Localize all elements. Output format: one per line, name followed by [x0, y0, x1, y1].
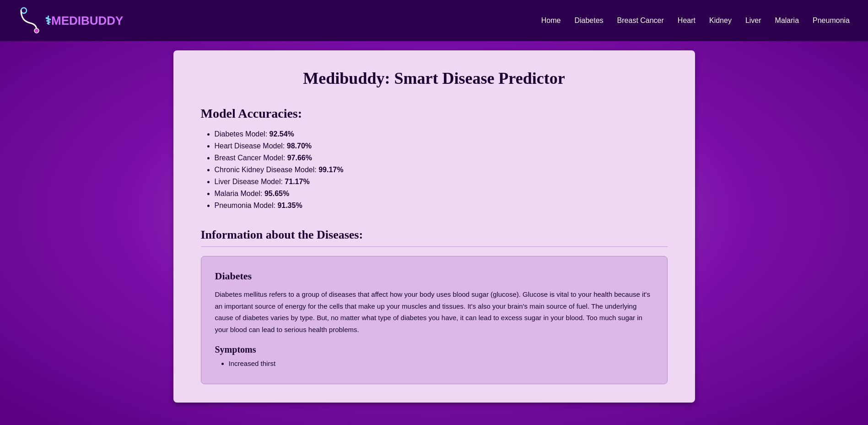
accuracy-label: Malaria Model:: [215, 190, 263, 197]
accuracy-list: Diabetes Model: 92.54% Heart Disease Mod…: [201, 130, 668, 210]
accuracies-heading: Model Accuracies:: [201, 106, 668, 121]
list-item: Chronic Kidney Disease Model: 99.17%: [215, 166, 668, 174]
svg-point-1: [34, 28, 39, 33]
brand-name: ⚕MEDIBUDDY: [45, 14, 123, 28]
diabetes-card: Diabetes Diabetes mellitus refers to a g…: [201, 256, 668, 384]
list-item: Malaria Model: 95.65%: [215, 190, 668, 198]
nav-link-heart[interactable]: Heart: [678, 16, 695, 24]
nav-item-breast-cancer[interactable]: Breast Cancer: [617, 16, 664, 25]
nav-item-pneumonia[interactable]: Pneumonia: [813, 16, 850, 25]
list-item: Diabetes Model: 92.54%: [215, 130, 668, 138]
accuracy-value: 95.65%: [264, 190, 289, 197]
nav-item-heart[interactable]: Heart: [678, 16, 695, 25]
accuracy-value: 98.70%: [287, 142, 312, 150]
content-card: Medibuddy: Smart Disease Predictor Model…: [173, 50, 695, 403]
list-item: Liver Disease Model: 71.17%: [215, 178, 668, 186]
accuracy-label: Breast Cancer Model:: [215, 154, 286, 162]
list-item: Increased thirst: [229, 360, 653, 367]
brand-logo[interactable]: ⚕MEDIBUDDY: [18, 7, 123, 34]
accuracy-label: Chronic Kidney Disease Model:: [215, 166, 317, 174]
svg-point-0: [21, 8, 27, 13]
nav-item-kidney[interactable]: Kidney: [709, 16, 732, 25]
accuracy-value: 97.66%: [287, 154, 312, 162]
disease-description: Diabetes mellitus refers to a group of d…: [215, 289, 653, 335]
nav-link-malaria[interactable]: Malaria: [775, 16, 799, 24]
nav-item-diabetes[interactable]: Diabetes: [574, 16, 603, 25]
nav-item-malaria[interactable]: Malaria: [775, 16, 799, 25]
nav-menu: Home Diabetes Breast Cancer Heart Kidney…: [541, 16, 850, 25]
accuracy-value: 91.35%: [277, 202, 302, 209]
list-item: Heart Disease Model: 98.70%: [215, 142, 668, 150]
symptoms-heading: Symptoms: [215, 344, 653, 355]
accuracy-label: Liver Disease Model:: [215, 178, 283, 185]
page-title: Medibuddy: Smart Disease Predictor: [201, 69, 668, 88]
nav-link-breast-cancer[interactable]: Breast Cancer: [617, 16, 664, 24]
list-item: Pneumonia Model: 91.35%: [215, 202, 668, 210]
symptoms-list: Increased thirst: [215, 360, 653, 367]
list-item: Breast Cancer Model: 97.66%: [215, 154, 668, 162]
nav-link-kidney[interactable]: Kidney: [709, 16, 732, 24]
accuracy-value: 99.17%: [318, 166, 343, 174]
accuracy-label: Heart Disease Model:: [215, 142, 285, 150]
accuracy-label: Pneumonia Model:: [215, 202, 275, 209]
accuracy-value: 92.54%: [270, 130, 294, 138]
accuracy-value: 71.17%: [285, 178, 309, 185]
nav-link-home[interactable]: Home: [541, 16, 561, 24]
stethoscope-icon: [18, 7, 41, 34]
nav-link-diabetes[interactable]: Diabetes: [574, 16, 603, 24]
nav-item-liver[interactable]: Liver: [745, 16, 761, 25]
nav-item-home[interactable]: Home: [541, 16, 561, 25]
disease-name: Diabetes: [215, 270, 653, 282]
nav-link-pneumonia[interactable]: Pneumonia: [813, 16, 850, 24]
accuracy-label: Diabetes Model:: [215, 130, 268, 138]
navbar: ⚕MEDIBUDDY Home Diabetes Breast Cancer H…: [0, 0, 868, 41]
main-container: Medibuddy: Smart Disease Predictor Model…: [0, 41, 868, 412]
nav-link-liver[interactable]: Liver: [745, 16, 761, 24]
info-heading: Information about the Diseases:: [201, 228, 668, 247]
